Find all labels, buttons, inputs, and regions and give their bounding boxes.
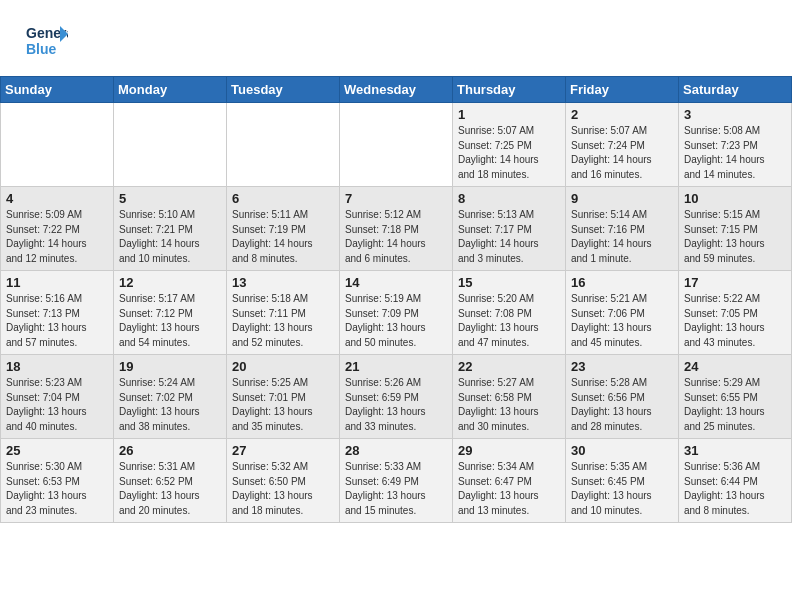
- day-number: 6: [232, 191, 334, 206]
- day-number: 25: [6, 443, 108, 458]
- day-number: 14: [345, 275, 447, 290]
- calendar-cell: 7Sunrise: 5:12 AM Sunset: 7:18 PM Daylig…: [340, 187, 453, 271]
- calendar-cell: [114, 103, 227, 187]
- day-header-monday: Monday: [114, 77, 227, 103]
- calendar-table: SundayMondayTuesdayWednesdayThursdayFrid…: [0, 76, 792, 523]
- day-number: 5: [119, 191, 221, 206]
- calendar-cell: 8Sunrise: 5:13 AM Sunset: 7:17 PM Daylig…: [453, 187, 566, 271]
- calendar-cell: 10Sunrise: 5:15 AM Sunset: 7:15 PM Dayli…: [679, 187, 792, 271]
- calendar-cell: 23Sunrise: 5:28 AM Sunset: 6:56 PM Dayli…: [566, 355, 679, 439]
- day-header-friday: Friday: [566, 77, 679, 103]
- calendar-cell: 30Sunrise: 5:35 AM Sunset: 6:45 PM Dayli…: [566, 439, 679, 523]
- logo-icon: General Blue: [24, 18, 68, 62]
- day-number: 4: [6, 191, 108, 206]
- day-header-thursday: Thursday: [453, 77, 566, 103]
- calendar-cell: 26Sunrise: 5:31 AM Sunset: 6:52 PM Dayli…: [114, 439, 227, 523]
- day-info: Sunrise: 5:36 AM Sunset: 6:44 PM Dayligh…: [684, 460, 786, 518]
- calendar-cell: 15Sunrise: 5:20 AM Sunset: 7:08 PM Dayli…: [453, 271, 566, 355]
- day-number: 16: [571, 275, 673, 290]
- day-header-tuesday: Tuesday: [227, 77, 340, 103]
- day-info: Sunrise: 5:15 AM Sunset: 7:15 PM Dayligh…: [684, 208, 786, 266]
- calendar-cell: 24Sunrise: 5:29 AM Sunset: 6:55 PM Dayli…: [679, 355, 792, 439]
- calendar-cell: 6Sunrise: 5:11 AM Sunset: 7:19 PM Daylig…: [227, 187, 340, 271]
- day-number: 8: [458, 191, 560, 206]
- day-header-sunday: Sunday: [1, 77, 114, 103]
- logo: General Blue: [24, 18, 68, 66]
- calendar-cell: 28Sunrise: 5:33 AM Sunset: 6:49 PM Dayli…: [340, 439, 453, 523]
- day-info: Sunrise: 5:14 AM Sunset: 7:16 PM Dayligh…: [571, 208, 673, 266]
- day-info: Sunrise: 5:30 AM Sunset: 6:53 PM Dayligh…: [6, 460, 108, 518]
- day-info: Sunrise: 5:07 AM Sunset: 7:25 PM Dayligh…: [458, 124, 560, 182]
- day-info: Sunrise: 5:21 AM Sunset: 7:06 PM Dayligh…: [571, 292, 673, 350]
- day-info: Sunrise: 5:17 AM Sunset: 7:12 PM Dayligh…: [119, 292, 221, 350]
- calendar-cell: 22Sunrise: 5:27 AM Sunset: 6:58 PM Dayli…: [453, 355, 566, 439]
- svg-text:Blue: Blue: [26, 41, 57, 57]
- week-row: 25Sunrise: 5:30 AM Sunset: 6:53 PM Dayli…: [1, 439, 792, 523]
- day-info: Sunrise: 5:29 AM Sunset: 6:55 PM Dayligh…: [684, 376, 786, 434]
- calendar-cell: [340, 103, 453, 187]
- calendar-cell: 12Sunrise: 5:17 AM Sunset: 7:12 PM Dayli…: [114, 271, 227, 355]
- day-info: Sunrise: 5:09 AM Sunset: 7:22 PM Dayligh…: [6, 208, 108, 266]
- day-info: Sunrise: 5:28 AM Sunset: 6:56 PM Dayligh…: [571, 376, 673, 434]
- day-number: 1: [458, 107, 560, 122]
- calendar-cell: 31Sunrise: 5:36 AM Sunset: 6:44 PM Dayli…: [679, 439, 792, 523]
- day-number: 3: [684, 107, 786, 122]
- calendar-cell: 29Sunrise: 5:34 AM Sunset: 6:47 PM Dayli…: [453, 439, 566, 523]
- header: General Blue: [0, 0, 792, 76]
- day-info: Sunrise: 5:23 AM Sunset: 7:04 PM Dayligh…: [6, 376, 108, 434]
- day-info: Sunrise: 5:25 AM Sunset: 7:01 PM Dayligh…: [232, 376, 334, 434]
- calendar-cell: [227, 103, 340, 187]
- day-number: 24: [684, 359, 786, 374]
- calendar-cell: 1Sunrise: 5:07 AM Sunset: 7:25 PM Daylig…: [453, 103, 566, 187]
- day-number: 15: [458, 275, 560, 290]
- day-number: 18: [6, 359, 108, 374]
- week-row: 1Sunrise: 5:07 AM Sunset: 7:25 PM Daylig…: [1, 103, 792, 187]
- day-number: 23: [571, 359, 673, 374]
- day-info: Sunrise: 5:16 AM Sunset: 7:13 PM Dayligh…: [6, 292, 108, 350]
- calendar-cell: 11Sunrise: 5:16 AM Sunset: 7:13 PM Dayli…: [1, 271, 114, 355]
- calendar-cell: 5Sunrise: 5:10 AM Sunset: 7:21 PM Daylig…: [114, 187, 227, 271]
- day-info: Sunrise: 5:24 AM Sunset: 7:02 PM Dayligh…: [119, 376, 221, 434]
- day-info: Sunrise: 5:10 AM Sunset: 7:21 PM Dayligh…: [119, 208, 221, 266]
- day-number: 10: [684, 191, 786, 206]
- day-info: Sunrise: 5:33 AM Sunset: 6:49 PM Dayligh…: [345, 460, 447, 518]
- day-number: 12: [119, 275, 221, 290]
- calendar-cell: [1, 103, 114, 187]
- day-number: 22: [458, 359, 560, 374]
- day-info: Sunrise: 5:31 AM Sunset: 6:52 PM Dayligh…: [119, 460, 221, 518]
- day-number: 29: [458, 443, 560, 458]
- calendar-cell: 16Sunrise: 5:21 AM Sunset: 7:06 PM Dayli…: [566, 271, 679, 355]
- day-number: 30: [571, 443, 673, 458]
- day-info: Sunrise: 5:27 AM Sunset: 6:58 PM Dayligh…: [458, 376, 560, 434]
- day-number: 17: [684, 275, 786, 290]
- day-number: 9: [571, 191, 673, 206]
- calendar-cell: 19Sunrise: 5:24 AM Sunset: 7:02 PM Dayli…: [114, 355, 227, 439]
- calendar-cell: 25Sunrise: 5:30 AM Sunset: 6:53 PM Dayli…: [1, 439, 114, 523]
- day-number: 19: [119, 359, 221, 374]
- day-number: 7: [345, 191, 447, 206]
- day-info: Sunrise: 5:18 AM Sunset: 7:11 PM Dayligh…: [232, 292, 334, 350]
- day-number: 2: [571, 107, 673, 122]
- calendar-cell: 3Sunrise: 5:08 AM Sunset: 7:23 PM Daylig…: [679, 103, 792, 187]
- day-number: 26: [119, 443, 221, 458]
- day-number: 13: [232, 275, 334, 290]
- day-info: Sunrise: 5:07 AM Sunset: 7:24 PM Dayligh…: [571, 124, 673, 182]
- calendar-cell: 2Sunrise: 5:07 AM Sunset: 7:24 PM Daylig…: [566, 103, 679, 187]
- day-info: Sunrise: 5:22 AM Sunset: 7:05 PM Dayligh…: [684, 292, 786, 350]
- day-header-wednesday: Wednesday: [340, 77, 453, 103]
- day-info: Sunrise: 5:35 AM Sunset: 6:45 PM Dayligh…: [571, 460, 673, 518]
- day-number: 11: [6, 275, 108, 290]
- day-info: Sunrise: 5:20 AM Sunset: 7:08 PM Dayligh…: [458, 292, 560, 350]
- day-info: Sunrise: 5:34 AM Sunset: 6:47 PM Dayligh…: [458, 460, 560, 518]
- day-header-saturday: Saturday: [679, 77, 792, 103]
- day-number: 20: [232, 359, 334, 374]
- calendar-cell: 27Sunrise: 5:32 AM Sunset: 6:50 PM Dayli…: [227, 439, 340, 523]
- day-info: Sunrise: 5:26 AM Sunset: 6:59 PM Dayligh…: [345, 376, 447, 434]
- calendar-cell: 17Sunrise: 5:22 AM Sunset: 7:05 PM Dayli…: [679, 271, 792, 355]
- day-number: 27: [232, 443, 334, 458]
- week-row: 4Sunrise: 5:09 AM Sunset: 7:22 PM Daylig…: [1, 187, 792, 271]
- day-number: 28: [345, 443, 447, 458]
- calendar-cell: 14Sunrise: 5:19 AM Sunset: 7:09 PM Dayli…: [340, 271, 453, 355]
- day-info: Sunrise: 5:32 AM Sunset: 6:50 PM Dayligh…: [232, 460, 334, 518]
- calendar-cell: 21Sunrise: 5:26 AM Sunset: 6:59 PM Dayli…: [340, 355, 453, 439]
